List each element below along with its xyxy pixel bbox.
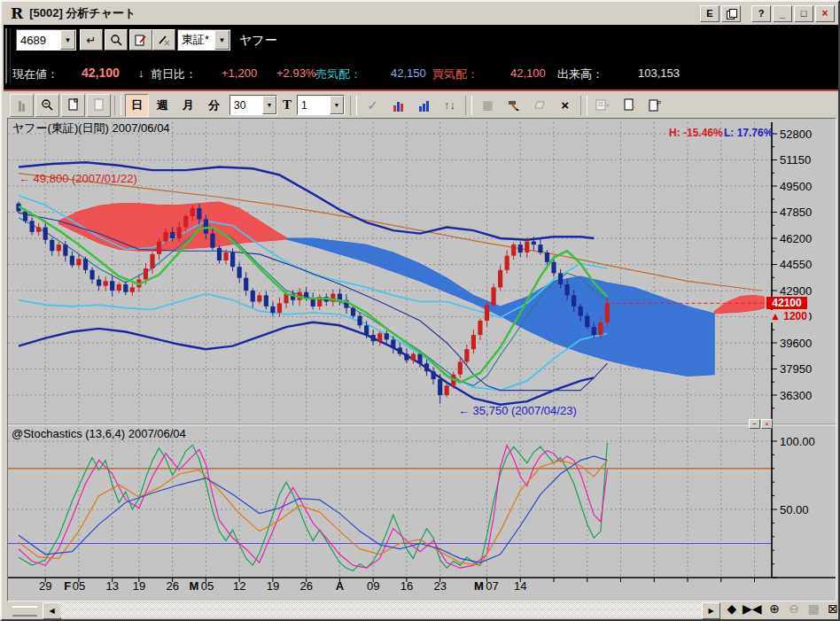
price-change-badge: ▲ 1200 (768, 310, 809, 322)
svg-text:M: M (474, 579, 484, 593)
svg-text:09: 09 (367, 579, 379, 593)
copy-chart-button[interactable] (61, 94, 85, 117)
print-page-button[interactable]: P (642, 94, 666, 117)
svg-text:F: F (64, 579, 71, 593)
svg-text:49500: 49500 (780, 180, 812, 193)
scroll-right-button[interactable]: ▶ (702, 602, 720, 619)
svg-text:37950: 37950 (780, 362, 812, 376)
annotation-low: ← 35,750 (2007/04/23) (458, 404, 577, 417)
interval-combo[interactable]: 30 ▼ (229, 95, 277, 115)
period-day-button[interactable]: 日 (125, 94, 149, 117)
expand-icon[interactable]: ◆ (723, 602, 741, 616)
page-p-icon: P (648, 98, 661, 112)
bid-label: 買気配： (432, 66, 478, 82)
scrollbar-track[interactable] (60, 602, 702, 617)
toolbar-separator (114, 96, 121, 115)
maximize-button[interactable]: □ (794, 5, 813, 22)
check-icon: ✓ (367, 97, 378, 113)
last-price-label: 現在値： (12, 66, 58, 82)
scroll-left-button[interactable]: ◀ (43, 602, 61, 619)
main-chart-svg[interactable]: 5280051150495004785046200445504290041250… (8, 119, 836, 601)
time-axis-labels: 29F05131926M05121926A091623M0714 (39, 578, 755, 593)
period-week-button[interactable]: 週 (151, 94, 175, 117)
app-window: R [5002] 分析チャート E ? _ □ × 4689 ▼ ↵ 東証* (0, 0, 840, 621)
price-axis-labels: 5280051150495004785046200445504290041250… (772, 128, 812, 408)
page-down-icon (623, 98, 635, 112)
count-combo[interactable]: 1 ▼ (297, 95, 345, 115)
chart-toolbar: 日 週 月 分 30 ▼ T 1 ▼ ✓ ↑↓ ▦ × (4, 91, 840, 119)
title-bar: R [5002] 分析チャート E ? _ □ × (4, 2, 838, 25)
week-label: 週 (157, 97, 168, 113)
chevron-down-icon[interactable]: ▼ (262, 96, 276, 114)
eraser-button[interactable] (527, 94, 551, 117)
color-bars-icon (393, 98, 404, 112)
toolbar-grip[interactable] (5, 28, 11, 83)
high-pct-label: H: -15.46% (669, 127, 723, 139)
chevron-down-icon[interactable]: ▼ (60, 30, 75, 50)
close-button[interactable]: × (815, 5, 835, 22)
report-icon (595, 99, 611, 112)
price-arrow-icon: ↓ (138, 66, 144, 80)
svg-text:26: 26 (299, 579, 312, 593)
svg-text:16: 16 (401, 579, 413, 593)
delete-all-button[interactable]: × (553, 94, 577, 117)
updown-button[interactable]: ↑↓ (438, 94, 462, 117)
trendline-button[interactable]: ✓ (361, 94, 385, 117)
enter-button[interactable]: ↵ (80, 29, 103, 50)
window-title: [5002] 分析チャート (29, 5, 136, 21)
svg-text:05: 05 (73, 579, 85, 593)
minimize-button[interactable]: _ (773, 5, 792, 22)
period-month-button[interactable]: 月 (176, 94, 200, 117)
paste-chart-button[interactable] (87, 94, 111, 117)
svg-text:14: 14 (514, 579, 526, 593)
zoom-in-icon[interactable]: ⊕ (766, 602, 783, 616)
change-pct-value: +2.93% (276, 66, 315, 80)
unregister-button[interactable] (152, 29, 175, 50)
x-icon: × (561, 97, 569, 113)
chevron-down-icon[interactable]: ▼ (330, 96, 344, 114)
bid-value: 42,100 (510, 66, 546, 80)
bottom-scrollbar: ◀ ▶ ◆ ▶◀ ⊕ ⊖ ▦ ⊠ (4, 602, 840, 620)
ask-label: 売気配： (315, 66, 362, 82)
splitter-grip[interactable] (12, 606, 37, 617)
copy-button[interactable] (721, 5, 741, 22)
svg-text:44550: 44550 (780, 258, 812, 271)
register-button[interactable] (129, 29, 152, 50)
zoom-out-icon[interactable]: ⊖ (785, 602, 803, 616)
svg-text:23: 23 (433, 579, 446, 593)
interval-value: 30 (230, 99, 262, 112)
market-combo[interactable]: 東証* ▼ (177, 29, 230, 50)
bar-chart-button[interactable] (412, 94, 436, 117)
svg-text:50.00: 50.00 (780, 503, 809, 516)
stoch-close-button[interactable]: × (761, 419, 773, 429)
stock-code-combo[interactable]: 4689 ▼ (16, 29, 76, 50)
save-page-button[interactable] (617, 94, 641, 117)
chevron-down-icon[interactable]: ▼ (214, 30, 229, 50)
collapse-icon[interactable]: ▶◀ (743, 602, 760, 616)
grid-icon: ▦ (482, 98, 493, 112)
chart-title: ヤフー(東証)(日間) 2007/06/04 (12, 120, 170, 136)
volume-label: 出来高： (557, 66, 603, 82)
senkou-cloud-red-1 (58, 202, 286, 251)
grid-button[interactable]: ▦ (476, 94, 500, 117)
compare-chart-button[interactable] (10, 94, 34, 117)
stoch-minimize-button[interactable]: − (749, 419, 760, 429)
current-price-badge: 42100 (766, 297, 807, 309)
minute-label: 分 (208, 97, 220, 113)
chart-panel: 5280051150495004785046200445504290041250… (7, 118, 836, 602)
day-label: 日 (131, 97, 143, 113)
help-button[interactable]: ? (751, 5, 771, 22)
svg-text:47850: 47850 (780, 206, 812, 219)
grid-view-icon[interactable]: ▦ (805, 602, 822, 616)
search-button[interactable] (105, 29, 128, 50)
zoom-tool-button[interactable] (35, 94, 59, 117)
t-label: T (283, 97, 292, 113)
svg-text:46200: 46200 (780, 232, 812, 245)
report-button[interactable] (591, 94, 615, 117)
period-minute-button[interactable]: 分 (202, 94, 226, 117)
indicator-settings-button[interactable] (386, 94, 410, 117)
tools-button[interactable] (502, 94, 525, 117)
close-chart-icon[interactable]: ⊠ (824, 602, 840, 616)
e-button[interactable]: E (700, 5, 719, 22)
toolbar-separator (465, 96, 472, 115)
